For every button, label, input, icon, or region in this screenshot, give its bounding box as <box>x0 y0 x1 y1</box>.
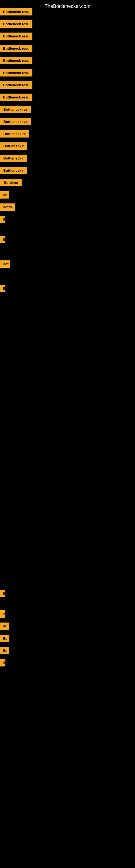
bottleneck-button-22[interactable]: B <box>0 590 5 597</box>
bottleneck-button-19[interactable]: B <box>0 236 5 243</box>
bottleneck-button-8[interactable]: Bottleneck resu <box>0 94 32 101</box>
bottleneck-button-16[interactable]: Bo <box>0 191 9 198</box>
bottleneck-button-10[interactable]: Bottleneck res <box>0 118 31 125</box>
bottleneck-button-17[interactable]: Bottle <box>0 204 15 211</box>
bottleneck-button-14[interactable]: Bottleneck r <box>0 167 27 174</box>
bottleneck-button-1[interactable]: Bottleneck resu <box>0 8 32 16</box>
bottleneck-button-11[interactable]: Bottleneck re <box>0 130 29 137</box>
bottleneck-button-13[interactable]: Bottleneck r <box>0 155 27 162</box>
bottleneck-button-2[interactable]: Bottleneck resu <box>0 20 32 28</box>
bottleneck-button-26[interactable]: Bo <box>0 647 9 654</box>
bottleneck-button-23[interactable]: B <box>0 610 5 618</box>
bottleneck-button-20[interactable]: Bot <box>0 260 10 268</box>
bottleneck-button-5[interactable]: Bottleneck resu <box>0 57 32 64</box>
bottleneck-button-12[interactable]: Bottleneck r <box>0 143 27 150</box>
bottleneck-button-24[interactable]: Bo <box>0 622 9 630</box>
bottleneck-button-27[interactable]: B <box>0 659 5 666</box>
bottleneck-button-7[interactable]: Bottleneck resu <box>0 82 32 89</box>
bottleneck-button-18[interactable]: B <box>0 216 5 223</box>
bottleneck-button-25[interactable]: Bo <box>0 635 9 642</box>
bottleneck-button-3[interactable]: Bottleneck resu <box>0 33 32 40</box>
bottleneck-button-4[interactable]: Bottleneck resu <box>0 45 32 52</box>
bottleneck-button-6[interactable]: Bottleneck resu <box>0 69 32 76</box>
bottleneck-button-9[interactable]: Bottleneck res <box>0 106 31 113</box>
bottleneck-button-15[interactable]: Bottlene <box>0 179 21 186</box>
bottleneck-button-21[interactable]: B <box>0 285 5 292</box>
